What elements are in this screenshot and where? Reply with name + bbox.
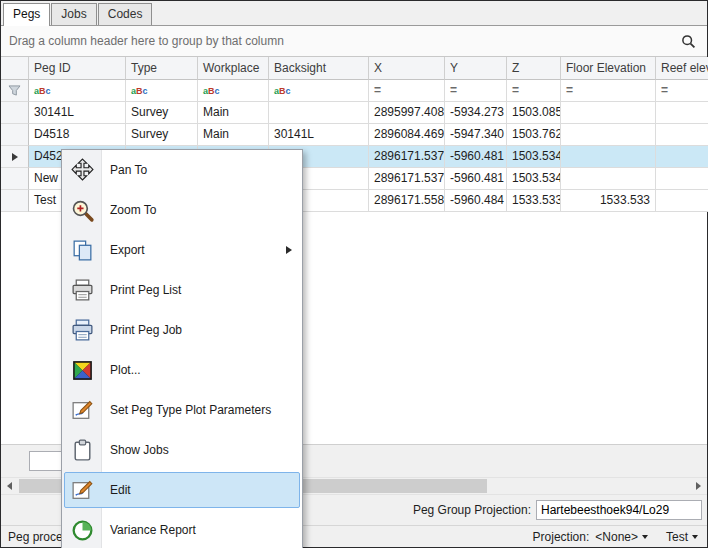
tab-codes[interactable]: Codes — [98, 3, 153, 25]
filter-cell-backsight[interactable]: aBc — [269, 80, 369, 102]
filter-funnel-icon — [1, 80, 29, 102]
menu-item-plot[interactable]: Plot... — [62, 350, 302, 390]
column-header-type[interactable]: Type — [126, 57, 198, 80]
menu-item-zoom-to[interactable]: Zoom To — [62, 190, 302, 230]
context-menu: Pan To Zoom To Export — [61, 149, 303, 548]
grid-header-row: Peg ID Type Workplace Backsight X Y Z Fl… — [1, 57, 707, 80]
chevron-down-icon — [642, 535, 648, 539]
scroll-right-button[interactable] — [690, 478, 707, 494]
statusbar-projection-label: Projection: — [533, 530, 590, 544]
app-window: Pegs Jobs Codes Drag a column header her… — [0, 0, 708, 548]
filter-cell-peg-id[interactable]: aBc — [29, 80, 126, 102]
plot-icon — [62, 358, 102, 383]
column-header-reef-elev[interactable]: Reef elev — [656, 57, 708, 80]
column-header-y[interactable]: Y — [445, 57, 507, 80]
peg-group-projection-input[interactable] — [536, 500, 702, 520]
menu-item-edit[interactable]: Edit — [62, 470, 302, 510]
auto-filter-row: aBc aBc aBc aBc = = = = = — [1, 80, 707, 102]
tab-jobs[interactable]: Jobs — [51, 3, 96, 25]
filter-cell-y[interactable]: = — [445, 80, 507, 102]
filter-cell-x[interactable]: = — [369, 80, 445, 102]
filter-cell-floor-elevation[interactable]: = — [561, 80, 656, 102]
column-header-peg-id[interactable]: Peg ID — [29, 57, 126, 80]
group-panel-text: Drag a column header here to group by th… — [9, 34, 284, 48]
current-row-arrow-icon — [12, 153, 18, 161]
printer-icon — [62, 278, 102, 303]
search-icon[interactable] — [677, 30, 699, 52]
column-header-x[interactable]: X — [369, 57, 445, 80]
column-header-floor-elevation[interactable]: Floor Elevation — [561, 57, 656, 80]
tab-strip: Pegs Jobs Codes — [1, 1, 707, 26]
submenu-arrow-icon — [286, 246, 292, 254]
statusbar-projection-dropdown[interactable]: <None> — [593, 530, 650, 544]
column-header-workplace[interactable]: Workplace — [198, 57, 269, 80]
plot-edit-icon — [62, 398, 102, 423]
menu-item-export[interactable]: Export — [62, 230, 302, 270]
scroll-left-button[interactable] — [1, 478, 18, 494]
printer-job-icon — [62, 318, 102, 343]
table-row[interactable]: D4518 Survey Main 30141L 2896084.469 -59… — [1, 124, 707, 146]
column-header-backsight[interactable]: Backsight — [269, 57, 369, 80]
export-icon — [62, 238, 102, 263]
tab-pegs[interactable]: Pegs — [3, 3, 50, 26]
table-row[interactable]: 30141L Survey Main 2895997.408 -5934.273… — [1, 102, 707, 124]
menu-item-variance-report[interactable]: Variance Report — [62, 510, 302, 548]
clipboard-icon — [62, 438, 102, 463]
pan-icon — [62, 158, 102, 183]
zoom-icon — [62, 198, 102, 223]
menu-item-pan-to[interactable]: Pan To — [62, 150, 302, 190]
filter-cell-z[interactable]: = — [507, 80, 561, 102]
filter-cell-workplace[interactable]: aBc — [198, 80, 269, 102]
menu-item-show-jobs[interactable]: Show Jobs — [62, 430, 302, 470]
statusbar-pegtype-dropdown[interactable]: Test — [664, 530, 700, 544]
menu-item-print-peg-list[interactable]: Print Peg List — [62, 270, 302, 310]
column-header-z[interactable]: Z — [507, 57, 561, 80]
variance-icon — [62, 518, 102, 543]
edit-icon — [62, 478, 102, 503]
scroll-left-arrow-icon — [7, 482, 12, 490]
filter-cell-type[interactable]: aBc — [126, 80, 198, 102]
row-indicator-header — [1, 57, 29, 80]
scroll-right-arrow-icon — [696, 482, 701, 490]
chevron-down-icon — [692, 535, 698, 539]
filter-cell-reef-elev[interactable]: = — [656, 80, 708, 102]
group-by-panel[interactable]: Drag a column header here to group by th… — [1, 26, 707, 57]
menu-item-set-peg-type-plot-parameters[interactable]: Set Peg Type Plot Parameters — [62, 390, 302, 430]
statusbar-left-text: Peg proces — [8, 530, 69, 544]
menu-item-print-peg-job[interactable]: Print Peg Job — [62, 310, 302, 350]
peg-group-projection-label: Peg Group Projection: — [413, 503, 531, 517]
